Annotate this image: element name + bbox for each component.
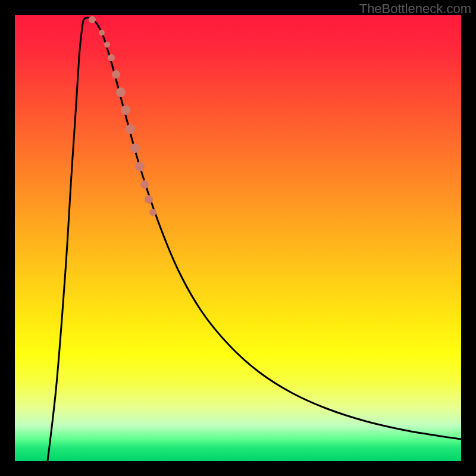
data-dot: [121, 105, 130, 115]
data-dot: [126, 124, 135, 134]
data-dot: [130, 143, 140, 153]
data-dot: [135, 162, 145, 171]
data-dot: [145, 195, 153, 203]
data-dot: [116, 87, 126, 97]
data-dot: [89, 16, 96, 23]
data-dot: [99, 30, 105, 36]
data-dot: [149, 209, 156, 216]
data-dot: [140, 180, 149, 189]
data-dot: [104, 42, 110, 48]
chart-svg: [15, 15, 461, 461]
data-dots-group: [89, 16, 156, 216]
data-dot: [112, 70, 120, 79]
bottleneck-curve: [48, 18, 461, 461]
data-dot: [108, 54, 115, 61]
plot-area: [15, 15, 461, 461]
chart-frame: TheBottleneck.com: [0, 0, 476, 476]
